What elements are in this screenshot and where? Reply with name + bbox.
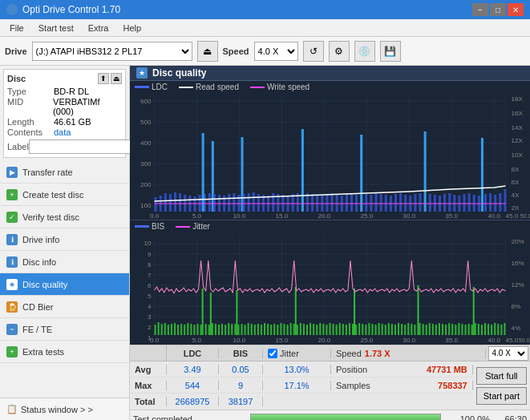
refresh-button[interactable]: ↺ [303,41,324,62]
write-color [250,87,265,88]
cd-bier-icon: 🍺 [6,301,18,313]
disc-label-input[interactable] [29,139,132,154]
svg-rect-204 [273,324,275,335]
svg-rect-170 [171,324,172,335]
main-area: Disc ⬆ ⏏ Type BD-R DL MID VERBATIMf (000… [0,66,530,420]
stats-data-area: Avg 3.49 0.05 13.0% Position 47731 MB Ma… [130,361,530,410]
svg-rect-200 [261,325,262,335]
sidebar-item-label: Disc quality [22,280,67,289]
svg-rect-105 [443,194,446,212]
svg-rect-225 [339,323,341,335]
svg-rect-101 [424,131,427,212]
speed-select-stat[interactable]: 4.0 X [488,346,528,361]
maximize-button[interactable]: □ [490,3,506,16]
svg-text:2: 2 [148,324,152,331]
app-icon [6,4,18,15]
eject-button[interactable]: ⏏ [197,41,218,62]
disc-length-value: 46.61 GB [54,117,91,127]
settings-button[interactable]: ⚙ [329,41,350,62]
create-test-icon: + [6,189,18,200]
svg-rect-252 [423,324,424,335]
svg-rect-270 [478,324,479,335]
svg-rect-221 [326,325,327,335]
svg-rect-188 [225,325,226,335]
svg-rect-168 [164,323,166,335]
sidebar-item-label: Create test disc [22,190,83,200]
svg-text:6X: 6X [512,179,520,186]
fe-te-icon: ~ [6,324,18,335]
svg-rect-109 [463,194,465,212]
sidebar-item-drive-info[interactable]: ℹ Drive info [0,228,129,251]
jitter-checkbox[interactable] [268,349,277,358]
svg-rect-246 [404,325,406,335]
drive-select[interactable]: (J:) ATAPI iHBS312 2 PL17 [32,42,192,61]
svg-text:16X: 16X [512,110,524,117]
svg-rect-216 [310,323,311,335]
max-label: Max [130,381,167,390]
svg-rect-234 [365,325,366,335]
disc-header: Disc ⬆ ⏏ [7,73,122,84]
svg-rect-271 [481,325,483,335]
svg-rect-258 [442,324,443,335]
svg-text:4: 4 [148,303,152,310]
sidebar-item-disc-quality[interactable]: ★ Disc quality [0,273,129,296]
jitter-label: Jitter [192,222,210,231]
media-button[interactable]: 💿 [354,41,375,62]
svg-rect-262 [455,325,456,335]
menu-extra[interactable]: Extra [82,22,115,34]
drive-label: Drive [5,46,27,56]
svg-rect-174 [184,325,185,335]
sidebar-item-extra-tests[interactable]: + Extra tests [0,341,129,363]
svg-rect-172 [177,325,179,335]
top-chart-svg: 600 500 400 300 200 100 18X 16X 14X 12X … [130,93,530,220]
svg-text:15.0: 15.0 [275,212,288,220]
svg-text:10: 10 [144,240,152,247]
svg-rect-227 [346,325,347,335]
svg-rect-202 [267,324,269,335]
top-chart: 600 500 400 300 200 100 18X 16X 14X 12X … [130,93,530,220]
svg-rect-240 [385,325,386,335]
disc-eject-btn[interactable]: ⏏ [111,73,122,84]
svg-rect-269 [475,323,476,335]
svg-rect-118 [504,189,506,212]
svg-rect-196 [248,323,249,335]
menu-help[interactable]: Help [116,22,148,34]
minimize-button[interactable]: − [472,3,488,16]
disc-quality-icon: ★ [6,279,18,290]
menu-file[interactable]: File [3,22,30,34]
progress-percent: 100.0% [446,414,490,421]
svg-rect-211 [293,324,295,335]
svg-rect-91 [375,193,378,212]
sidebar-item-disc-info[interactable]: ℹ Disc info [0,251,129,273]
svg-rect-275 [494,323,496,335]
close-button[interactable]: ✕ [508,3,524,16]
menu-start-test[interactable]: Start test [32,22,80,34]
speed-select[interactable]: 4.0 X [254,42,298,61]
sidebar-item-transfer-rate[interactable]: ▶ Transfer rate [0,161,129,184]
svg-rect-222 [329,323,330,335]
titlebar: Opti Drive Control 1.70 − □ ✕ [0,0,530,19]
svg-rect-82 [331,193,334,212]
sidebar-item-verify-test-disc[interactable]: ✓ Verify test disc [0,206,129,228]
sidebar-item-create-test-disc[interactable]: + Create test disc [0,184,129,206]
svg-rect-99 [414,194,416,212]
disc-info-btn[interactable]: ⬆ [98,73,109,84]
sidebar-item-fe-te[interactable]: ~ FE / TE [0,318,129,341]
save-button[interactable]: 💾 [380,41,401,62]
status-window-button[interactable]: 📋 Status window > > [0,398,129,420]
svg-text:20%: 20% [512,238,524,245]
svg-rect-184 [212,323,213,335]
sidebar-item-cd-bier[interactable]: 🍺 CD Bier [0,296,129,318]
svg-text:35.0: 35.0 [445,337,458,344]
svg-rect-46 [169,194,172,212]
quality-title: Disc quality [152,67,206,79]
svg-rect-214 [303,324,305,335]
svg-text:14X: 14X [512,124,524,131]
disc-mid-label: MID [7,97,53,116]
start-part-button[interactable]: Start part [476,387,527,405]
svg-text:10X: 10X [512,151,524,159]
svg-rect-243 [394,325,396,335]
svg-rect-76 [301,129,304,212]
start-full-button[interactable]: Start full [476,367,527,385]
max-ldc: 544 [167,381,219,390]
